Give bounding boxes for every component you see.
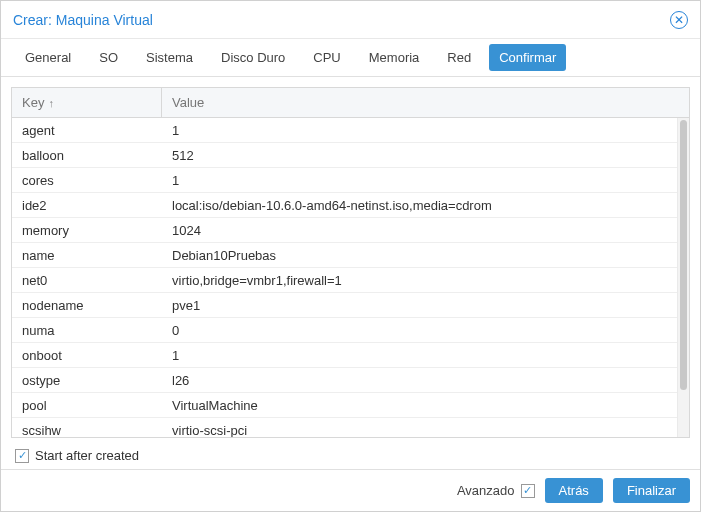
row-key: numa	[12, 319, 162, 342]
table-row[interactable]: nameDebian10Pruebas	[12, 243, 677, 268]
start-after-checkbox[interactable]: ✓	[15, 449, 29, 463]
table-row[interactable]: agent1	[12, 118, 677, 143]
row-key: memory	[12, 219, 162, 242]
back-button[interactable]: Atrás	[545, 478, 603, 503]
summary-grid: Key ↑ Value agent1balloon512cores1ide2lo…	[11, 87, 690, 438]
row-key: net0	[12, 269, 162, 292]
scrollbar-thumb[interactable]	[680, 120, 687, 390]
row-key: cores	[12, 169, 162, 192]
tab-memoria[interactable]: Memoria	[359, 44, 430, 71]
close-icon[interactable]: ✕	[670, 11, 688, 29]
advanced-label: Avanzado	[457, 483, 515, 498]
tab-general[interactable]: General	[15, 44, 81, 71]
table-row[interactable]: net0virtio,bridge=vmbr1,firewall=1	[12, 268, 677, 293]
row-value: virtio-scsi-pci	[162, 419, 677, 438]
tab-sistema[interactable]: Sistema	[136, 44, 203, 71]
tab-so[interactable]: SO	[89, 44, 128, 71]
start-after-label: Start after created	[35, 448, 139, 463]
start-after-row: ✓ Start after created	[11, 438, 690, 469]
tab-red[interactable]: Red	[437, 44, 481, 71]
row-value: 1	[162, 344, 677, 367]
wizard-tabs: General SO Sistema Disco Duro CPU Memori…	[1, 39, 700, 77]
tab-confirmar[interactable]: Confirmar	[489, 44, 566, 71]
grid-header: Key ↑ Value	[12, 88, 689, 118]
table-row[interactable]: cores1	[12, 168, 677, 193]
table-row[interactable]: ostypel26	[12, 368, 677, 393]
row-value: Debian10Pruebas	[162, 244, 677, 267]
row-key: nodename	[12, 294, 162, 317]
row-key: pool	[12, 394, 162, 417]
row-key: ide2	[12, 194, 162, 217]
row-value: 1	[162, 169, 677, 192]
row-value: l26	[162, 369, 677, 392]
row-key: agent	[12, 119, 162, 142]
window-title: Crear: Maquina Virtual	[13, 12, 153, 28]
row-key: name	[12, 244, 162, 267]
row-value: 1	[162, 119, 677, 142]
table-row[interactable]: balloon512	[12, 143, 677, 168]
vertical-scrollbar[interactable]	[677, 118, 689, 437]
column-header-key-label: Key	[22, 95, 44, 110]
row-key: ostype	[12, 369, 162, 392]
row-key: scsihw	[12, 419, 162, 438]
grid-body-wrapper: agent1balloon512cores1ide2local:iso/debi…	[12, 118, 689, 437]
tab-disco-duro[interactable]: Disco Duro	[211, 44, 295, 71]
row-key: balloon	[12, 144, 162, 167]
advanced-checkbox[interactable]: ✓	[521, 484, 535, 498]
grid-body: agent1balloon512cores1ide2local:iso/debi…	[12, 118, 677, 437]
row-value: virtio,bridge=vmbr1,firewall=1	[162, 269, 677, 292]
table-row[interactable]: onboot1	[12, 343, 677, 368]
row-value: 0	[162, 319, 677, 342]
titlebar: Crear: Maquina Virtual ✕	[1, 1, 700, 39]
advanced-toggle: Avanzado ✓	[457, 483, 535, 498]
row-value: local:iso/debian-10.6.0-amd64-netinst.is…	[162, 194, 677, 217]
row-value: 1024	[162, 219, 677, 242]
footer: Avanzado ✓ Atrás Finalizar	[1, 469, 700, 511]
row-value: 512	[162, 144, 677, 167]
table-row[interactable]: poolVirtualMachine	[12, 393, 677, 418]
sort-asc-icon: ↑	[48, 97, 54, 109]
finish-button[interactable]: Finalizar	[613, 478, 690, 503]
row-value: VirtualMachine	[162, 394, 677, 417]
table-row[interactable]: nodenamepve1	[12, 293, 677, 318]
content-area: Key ↑ Value agent1balloon512cores1ide2lo…	[1, 77, 700, 469]
table-row[interactable]: ide2local:iso/debian-10.6.0-amd64-netins…	[12, 193, 677, 218]
tab-cpu[interactable]: CPU	[303, 44, 350, 71]
row-key: onboot	[12, 344, 162, 367]
column-header-value[interactable]: Value	[162, 88, 689, 117]
column-header-key[interactable]: Key ↑	[12, 88, 162, 117]
dialog-window: Crear: Maquina Virtual ✕ General SO Sist…	[0, 0, 701, 512]
table-row[interactable]: memory1024	[12, 218, 677, 243]
table-row[interactable]: scsihwvirtio-scsi-pci	[12, 418, 677, 437]
row-value: pve1	[162, 294, 677, 317]
table-row[interactable]: numa0	[12, 318, 677, 343]
